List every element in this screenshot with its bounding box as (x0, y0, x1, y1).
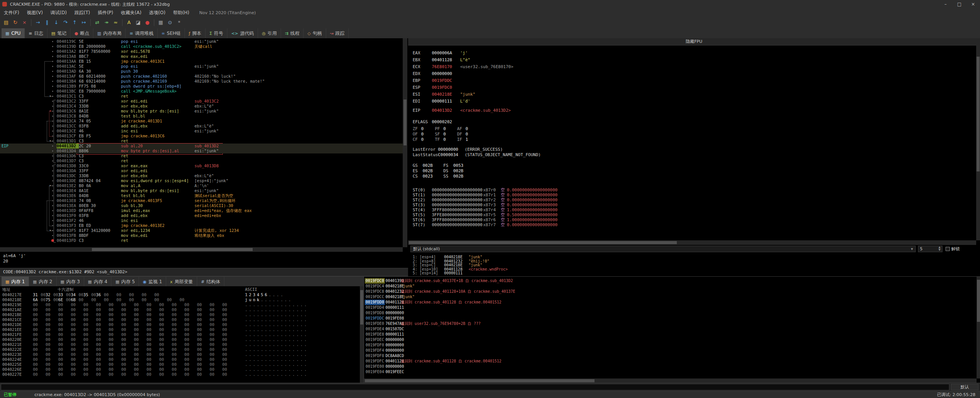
hex-row[interactable]: 0040220E00 00 00 00 00 00 00 00 00 00 00… (0, 337, 364, 342)
register-line[interactable]: ST(4)3FFF8000000000000000x87r4空1.0000000… (408, 207, 980, 213)
register-line[interactable]: ST(0)00000000000000000000x87r0空0.0000000… (408, 188, 980, 193)
disasm-row[interactable]: 0040139DE8 20000000call <crackme.sub_401… (0, 44, 403, 49)
hex-row[interactable]: 0040219E00 00 00 00 00 00 00 00 00 00 00… (0, 302, 364, 307)
register-line[interactable]: OF0SF0DF0 (408, 132, 980, 137)
open-file-icon[interactable]: ▤ (2, 18, 10, 27)
menu-item-3[interactable]: 跟踪(T) (70, 10, 94, 15)
disasm-row[interactable]: 004013C433DBxor ebx,ebxebx:L"è" (0, 104, 403, 109)
stop-icon[interactable]: × (20, 18, 29, 27)
tab-memory-map[interactable]: ▥内存布局 (93, 28, 126, 38)
disasm-row[interactable]: 004013E2B0 0Amov al,AA:'\n' (0, 183, 403, 188)
disasm-row[interactable]: 004013FDC3ret (0, 238, 403, 243)
disasm-row[interactable]: 004013F3EB EDjmp crackme.4013E2 (0, 223, 403, 228)
register-line[interactable]: GS002BFS0053 (408, 163, 980, 168)
stack-row[interactable]: 0019FDF400000000 (364, 348, 980, 353)
register-line[interactable]: ESP0019FDC0 (408, 85, 980, 90)
disasm-row[interactable]: 004013AC5Epop esiesi:"junk" (0, 64, 403, 69)
hex-vertical-scrollbar[interactable] (360, 286, 364, 383)
menu-item-2[interactable]: 调试(D) (47, 10, 71, 15)
disasm-row[interactable]: 004013C1C3ret (0, 94, 403, 99)
scrollbar-thumb[interactable] (403, 100, 407, 145)
scrollbar-thumb[interactable] (92, 248, 253, 251)
hex-row[interactable]: 004021EE00 00 00 00 00 00 00 00 00 00 00… (0, 327, 364, 332)
disasm-row[interactable]: 004013B9FF75 08push dword ptr ss:[ebp+8] (0, 84, 403, 89)
register-line[interactable]: ES002BDS002B (408, 168, 980, 174)
disasm-row[interactable]: 004013C884DBtest bl,bl (0, 114, 403, 119)
disasm-row[interactable]: 004013AF68 60214000push crackme.40216040… (0, 74, 403, 79)
registers-vertical-scrollbar[interactable] (976, 45, 980, 240)
hex-row[interactable]: 004021BE00 00 00 00 00 00 00 00 00 00 00… (0, 312, 364, 317)
hex-row[interactable]: 0040225E00 00 00 00 00 00 00 00 00 00 00… (0, 362, 364, 367)
register-line[interactable]: EAX0000006A'j' (408, 51, 980, 56)
memory-map-icon[interactable]: ▦ (157, 18, 165, 27)
search-icon[interactable]: ⊙ (166, 18, 174, 27)
disasm-row[interactable]: 004013E874 0Bje crackme.4013F5serial为空,则… (0, 198, 403, 203)
argument-row[interactable]: 4: [esp+10]00401128<crackme.wndProc> (408, 267, 980, 271)
registers-horizontal-scrollbar[interactable] (408, 240, 976, 245)
tab-call-stack[interactable]: ≡调用堆栈 (126, 28, 157, 38)
patch-icon[interactable]: ◪ (134, 18, 142, 27)
stack-row[interactable]: 0019FDD000401128返回到 crackme.sub_401128 自… (364, 300, 980, 305)
step-out-icon[interactable]: ↑ (70, 18, 79, 27)
hex-row[interactable]: 004021DE00 00 00 00 00 00 00 00 00 00 00… (0, 322, 364, 327)
tab-log[interactable]: ≡日志 (25, 28, 47, 38)
disasm-row[interactable]: 004013EA80EB 30sub bl,30serial(ASCII)-30 (0, 203, 403, 208)
tab-memory2[interactable]: ▦内存 2 (29, 277, 57, 287)
register-line[interactable]: ST(2)00000000000000000000x87r2空0.0000000… (408, 197, 980, 203)
tab-references[interactable]: ◎引用 (258, 28, 281, 38)
argument-row[interactable]: 2: [esp+8]00401232"ëhìj-!0" (408, 259, 980, 263)
run-to-user-code-icon[interactable]: ↦ (80, 18, 88, 27)
tab-watch1[interactable]: ◉监视 1 (139, 277, 166, 287)
tab-memory5[interactable]: ▦内存 5 (111, 277, 139, 287)
animate-icon[interactable]: ≈ (111, 18, 120, 27)
tab-script[interactable]: ƒ脚本 (185, 28, 206, 38)
scrollbar-thumb[interactable] (977, 280, 980, 322)
assemble-icon[interactable]: A (125, 18, 133, 27)
register-line[interactable]: EDX00000000 (408, 71, 980, 77)
hex-row[interactable]: 0040218E6A 75 6E 6B 00 00 00 00 00 00 00… (0, 297, 364, 302)
pause-icon[interactable]: ‖ (43, 18, 51, 27)
menu-item-1[interactable]: 视图(V) (23, 10, 47, 15)
stack-row[interactable]: 0019FDCC0040218E"junk" (364, 294, 980, 300)
scrollbar-thumb[interactable] (365, 379, 595, 382)
hex-row[interactable]: 0040224E00 00 00 00 00 00 00 00 00 00 00… (0, 357, 364, 362)
disasm-row[interactable]: 004013CC03FBadd edi,ebxebx:L"è" (0, 124, 403, 129)
trace-over-icon[interactable]: ↠ (102, 18, 111, 27)
stack-row[interactable]: 0019FDE4001507DC (364, 326, 980, 332)
tab-breakpoints[interactable]: ●断点 (70, 28, 93, 38)
register-line[interactable]: EBX00401128L"è" (408, 57, 980, 63)
hide-fpu-button[interactable]: 隐藏FPU (408, 38, 980, 46)
command-default-select[interactable]: 默认 (951, 384, 978, 390)
hex-row[interactable]: 004021FE00 00 00 00 00 00 00 00 00 00 00… (0, 332, 364, 337)
scrollbar-thumb[interactable] (360, 290, 363, 325)
register-line[interactable]: EIP004013D2<crackme.sub_4013D2> (408, 108, 980, 113)
tab-trace[interactable]: ↝跟踪 (326, 28, 349, 38)
tab-locals[interactable]: x局部变量 (166, 277, 197, 287)
disasm-row[interactable]: 004013A281F7 78560000xor edi,5678 (0, 49, 403, 54)
register-line[interactable]: EDI00000111L'đ' (408, 99, 980, 104)
hex-row[interactable]: 0040221E00 00 00 00 00 00 00 00 00 00 00… (0, 342, 364, 347)
arguments-panel[interactable]: 默认 (stdcall) ▾ 5 ▲▼ 解锁 1: [esp+4]0040218… (408, 245, 980, 276)
close-button[interactable]: × (966, 0, 980, 8)
disasm-row[interactable]: 004013DA33FFxor edi,edi (0, 168, 403, 173)
disasm-row[interactable]: 004013D833C0xor eax,eaxsub_4013D8 (0, 163, 403, 168)
tab-memory3[interactable]: ▦内存 3 (57, 277, 84, 287)
stack-row[interactable]: 0019FDF000000000 (364, 343, 980, 348)
hex-row[interactable]: 0040217E31 32 33 34 35 36 00 00 00 00 00… (0, 292, 364, 297)
argument-row[interactable]: 3: [esp+C]0040218E"junk" (408, 263, 980, 267)
register-line[interactable]: ZF0PF0AF0 (408, 126, 980, 132)
hex-row[interactable]: 0040222E00 00 00 00 00 00 00 00 00 00 00… (0, 347, 364, 352)
disasm-row[interactable]: 004013F003FBadd edi,ebxedi=edi+ebx (0, 213, 403, 218)
tab-memory1[interactable]: ▦内存 1 (2, 277, 29, 287)
tab-source[interactable]: <>源代码 (227, 28, 258, 38)
command-input[interactable] (1, 384, 949, 390)
register-line[interactable]: EFLAGS00000202 (408, 119, 980, 125)
disasm-row[interactable]: 004013C233FFxor edi,edisub_4013C2 (0, 99, 403, 104)
run-icon[interactable]: → (34, 18, 42, 27)
register-line[interactable]: EBP0019FDDC (408, 78, 980, 83)
menu-item-7[interactable]: 帮助(H) (169, 10, 193, 15)
register-line[interactable]: LastError00000000(ERROR_SUCCESS) (408, 147, 980, 152)
tab-struct[interactable]: #结构体 (197, 277, 224, 287)
disasm-row[interactable]: 004013E684DBtest bl,bl测试serial是否为空 (0, 193, 403, 198)
unlock-checkbox[interactable]: 解锁 (946, 246, 960, 252)
